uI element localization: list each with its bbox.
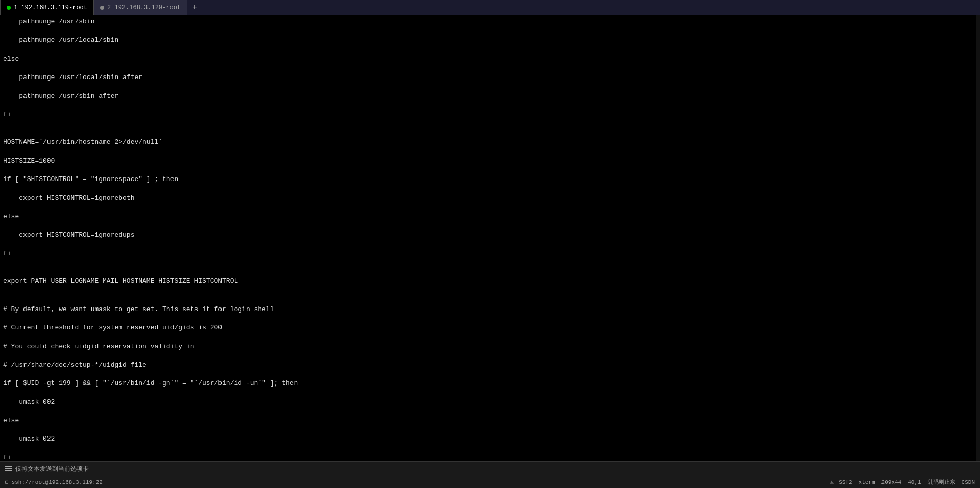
scroll-indicator: ▲ — [830, 479, 839, 485]
new-tab-button[interactable]: + — [187, 0, 203, 15]
status-encoding: 乱码则止东 — [927, 478, 955, 486]
status-cursor: 40,1 — [908, 479, 921, 485]
status-right: SSH2 xterm 209x44 40,1 乱码则止东 CSDN — [839, 478, 975, 486]
status-app: CSDN — [962, 479, 975, 485]
terminal-content: pathmunge /usr/sbin pathmunge /usr/local… — [3, 17, 977, 461]
tab-2-label: 2 192.168.3.120-root — [107, 4, 181, 11]
main-layout: pathmunge /usr/sbin pathmunge /usr/local… — [0, 15, 980, 488]
tab-1-dot — [7, 6, 11, 10]
terminal-area[interactable]: pathmunge /usr/sbin pathmunge /usr/local… — [0, 15, 980, 461]
tab-2[interactable]: 2 192.168.3.120-root — [94, 0, 187, 15]
status-left: ⊞ ssh://root@192.168.3.119:22 — [5, 479, 103, 485]
tab-1[interactable]: 1 192.168.3.119-root — [0, 0, 94, 15]
status-session-icon: ⊞ — [5, 479, 9, 485]
svg-rect-0 — [5, 466, 12, 467]
title-bar: 1 192.168.3.119-root 2 192.168.3.120-roo… — [0, 0, 980, 15]
status-session: ssh://root@192.168.3.119:22 — [12, 479, 103, 485]
status-protocol: SSH2 — [839, 479, 852, 485]
scrollbar[interactable] — [976, 15, 980, 461]
svg-rect-1 — [5, 468, 12, 469]
status-terminal: xterm — [859, 479, 875, 485]
tab-2-dot — [100, 6, 104, 10]
tab-1-label: 1 192.168.3.119-root — [14, 4, 87, 11]
status-dims: 209x44 — [881, 479, 902, 485]
send-bar-label: 仅将文本发送到当前选项卡 — [15, 465, 89, 473]
send-bar-icon — [5, 465, 12, 473]
svg-rect-2 — [5, 470, 12, 471]
send-bar: 仅将文本发送到当前选项卡 — [0, 461, 980, 476]
status-bar: ⊞ ssh://root@192.168.3.119:22 ▲ SSH2 xte… — [0, 476, 980, 488]
